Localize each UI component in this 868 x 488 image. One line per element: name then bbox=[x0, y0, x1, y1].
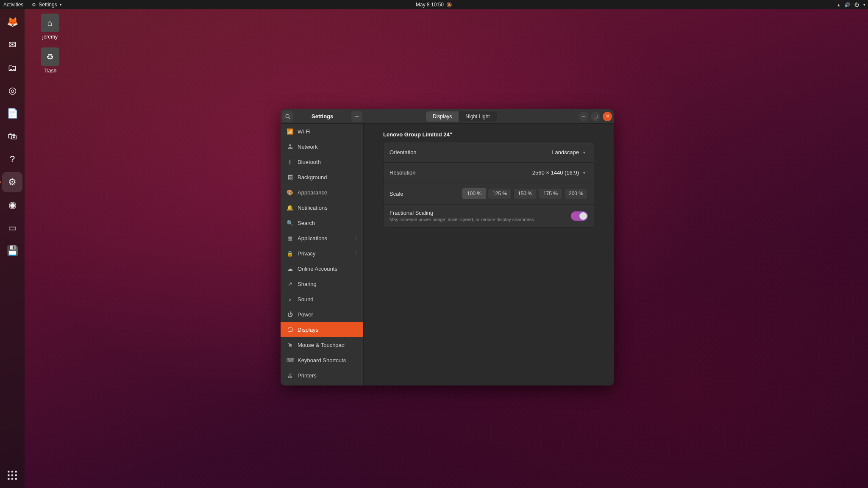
bluetooth-icon: ᛒ bbox=[287, 159, 293, 165]
chevron-down-icon: ▾ bbox=[583, 171, 585, 175]
scale-option-150[interactable]: 150 % bbox=[513, 188, 537, 199]
sidebar-item-printers[interactable]: 🖨Printers bbox=[281, 368, 363, 383]
scale-option-100[interactable]: 100 % bbox=[462, 188, 486, 199]
sidebar-item-label: Printers bbox=[298, 372, 317, 379]
notifications-icon: 🔔 bbox=[287, 205, 293, 211]
hamburger-icon bbox=[354, 114, 360, 119]
fractional-scaling-toggle[interactable] bbox=[571, 211, 588, 221]
dock-item-files[interactable]: 🗂 bbox=[2, 58, 22, 78]
power-icon[interactable]: ⏻ bbox=[854, 2, 859, 7]
window-titlebar[interactable]: Settings Displays Night Light ─ ▢ ✕ bbox=[281, 109, 614, 124]
dock-item-firefox[interactable]: 🦊 bbox=[2, 12, 22, 32]
resolution-dropdown[interactable]: 2560 × 1440 (16:9) ▾ bbox=[530, 168, 588, 177]
svg-rect-7 bbox=[11, 478, 13, 480]
sidebar-item-sound[interactable]: ♪Sound bbox=[281, 291, 363, 307]
desktop-icon-trash[interactable]: ♻ Trash bbox=[36, 47, 64, 74]
window-maximize-button[interactable]: ▢ bbox=[591, 112, 600, 121]
resolution-value: 2560 × 1440 (16:9) bbox=[532, 169, 579, 176]
sidebar-item-network[interactable]: 🖧Network bbox=[281, 139, 363, 154]
dock-item-settings[interactable]: ⚙ bbox=[2, 172, 22, 192]
orientation-label: Orientation bbox=[389, 149, 549, 155]
sidebar-item-power[interactable]: ⏻Power bbox=[281, 307, 363, 322]
fractional-scaling-sublabel: May increase power usage, lower speed, o… bbox=[389, 217, 571, 222]
clock[interactable]: May 8 10:50 bbox=[416, 2, 444, 8]
dock-item-rhythmbox[interactable]: ◎ bbox=[2, 80, 22, 101]
sidebar-item-label: Keyboard Shortcuts bbox=[298, 357, 346, 363]
applications-icon: ▦ bbox=[287, 235, 293, 241]
search-icon: 🔍 bbox=[287, 220, 293, 226]
keyboard-icon: ⌨ bbox=[287, 357, 293, 363]
chevron-right-icon: 〉 bbox=[355, 235, 359, 241]
svg-rect-0 bbox=[8, 471, 9, 472]
sidebar-item-label: Applications bbox=[298, 235, 327, 241]
sidebar-item-displays[interactable]: 🖵Displays bbox=[281, 322, 363, 337]
sidebar-item-label: Search bbox=[298, 220, 315, 226]
dock-item-obs[interactable]: ◉ bbox=[2, 195, 22, 215]
appearance-icon: 🎨 bbox=[287, 189, 293, 196]
sound-icon: ♪ bbox=[287, 296, 293, 302]
sidebar-item-wifi[interactable]: 📶Wi-Fi bbox=[281, 124, 363, 139]
sidebar-item-label: Privacy bbox=[298, 250, 316, 257]
hamburger-menu-button[interactable] bbox=[351, 111, 362, 122]
monitor-name: Lenovo Group Limited 24" bbox=[383, 131, 594, 138]
sidebar-item-label: Background bbox=[298, 174, 327, 180]
resolution-label: Resolution bbox=[389, 169, 530, 176]
displays-icon: 🖵 bbox=[287, 327, 293, 333]
orientation-dropdown[interactable]: Landscape ▾ bbox=[549, 147, 588, 157]
settings-sidebar: 📶Wi-Fi🖧NetworkᛒBluetooth🖼Background🎨Appe… bbox=[281, 124, 364, 385]
folder-icon: ⌂ bbox=[41, 14, 59, 32]
app-menu[interactable]: Settings bbox=[39, 2, 57, 8]
dock-item-software[interactable]: 🛍 bbox=[2, 126, 22, 147]
svg-rect-2 bbox=[15, 471, 17, 472]
chevron-down-icon[interactable]: ▾ bbox=[863, 3, 865, 7]
sidebar-item-bluetooth[interactable]: ᛒBluetooth bbox=[281, 154, 363, 169]
scale-option-125[interactable]: 125 % bbox=[488, 188, 512, 199]
sidebar-item-label: Online Accounts bbox=[298, 266, 337, 272]
desktop-icon-home[interactable]: ⌂ jeremy bbox=[36, 14, 64, 40]
sidebar-item-privacy[interactable]: 🔒Privacy〉 bbox=[281, 246, 363, 261]
window-minimize-button[interactable]: ─ bbox=[579, 112, 588, 121]
svg-rect-6 bbox=[8, 478, 9, 480]
svg-rect-5 bbox=[15, 474, 17, 476]
sidebar-item-applications[interactable]: ▦Applications〉 bbox=[281, 230, 363, 246]
sidebar-item-appearance[interactable]: 🎨Appearance bbox=[281, 185, 363, 200]
dock-item-writer[interactable]: 📄 bbox=[2, 103, 22, 124]
tab-displays[interactable]: Displays bbox=[426, 111, 459, 122]
sidebar-item-label: Bluetooth bbox=[298, 159, 321, 165]
sidebar-item-keyboard[interactable]: ⌨Keyboard Shortcuts bbox=[281, 352, 363, 368]
sidebar-item-background[interactable]: 🖼Background bbox=[281, 169, 363, 185]
search-button[interactable] bbox=[282, 111, 293, 122]
svg-rect-8 bbox=[15, 478, 17, 480]
dock-item-help[interactable]: ? bbox=[2, 149, 22, 169]
dock-item-thunderbird[interactable]: ✉ bbox=[2, 35, 22, 55]
grid-icon bbox=[7, 470, 18, 481]
show-applications-button[interactable] bbox=[2, 465, 22, 485]
row-orientation: Orientation Landscape ▾ bbox=[384, 142, 594, 163]
orientation-value: Landscape bbox=[552, 149, 579, 155]
svg-rect-3 bbox=[8, 474, 9, 476]
dock-item-textedit[interactable]: ▭ bbox=[2, 218, 22, 238]
scale-option-200[interactable]: 200 % bbox=[564, 188, 588, 199]
network-icon[interactable]: ▴ bbox=[837, 2, 840, 8]
display-settings-panel: Orientation Landscape ▾ Resolution 2560 … bbox=[383, 142, 594, 227]
sidebar-item-search[interactable]: 🔍Search bbox=[281, 215, 363, 230]
activities-button[interactable]: Activities bbox=[3, 2, 23, 8]
tab-night-light[interactable]: Night Light bbox=[459, 111, 496, 122]
sidebar-item-online-accounts[interactable]: ☁Online Accounts bbox=[281, 261, 363, 276]
row-scale: Scale 100 %125 %150 %175 %200 % bbox=[384, 183, 594, 205]
window-close-button[interactable]: ✕ bbox=[603, 112, 612, 121]
printers-icon: 🖨 bbox=[287, 372, 293, 379]
scale-label: Scale bbox=[389, 191, 462, 197]
sidebar-item-notifications[interactable]: 🔔Notifications bbox=[281, 200, 363, 215]
chevron-right-icon: 〉 bbox=[355, 250, 359, 256]
header-tabs: Displays Night Light bbox=[426, 111, 497, 122]
svg-line-10 bbox=[289, 117, 290, 119]
settings-window: Settings Displays Night Light ─ ▢ ✕ 📶Wi-… bbox=[281, 109, 614, 385]
sidebar-item-mouse[interactable]: 🖱Mouse & Touchpad bbox=[281, 337, 363, 352]
notification-off-icon: 🔕 bbox=[446, 2, 452, 8]
scale-option-175[interactable]: 175 % bbox=[539, 188, 562, 199]
power-icon: ⏻ bbox=[287, 311, 293, 318]
sidebar-item-sharing[interactable]: ↗Sharing bbox=[281, 276, 363, 291]
dock-item-diskutil[interactable]: 💾 bbox=[2, 241, 22, 261]
volume-icon[interactable]: 🔊 bbox=[844, 2, 850, 8]
